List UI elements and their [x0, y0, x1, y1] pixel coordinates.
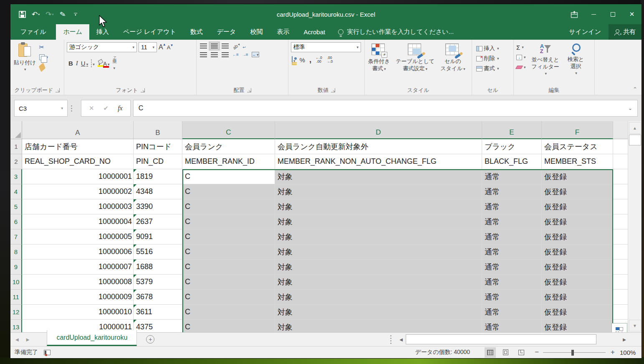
cell-E5[interactable]: 通常 [482, 199, 542, 214]
cell-C12[interactable]: C [182, 305, 275, 320]
row-header-4[interactable]: 4 [10, 184, 22, 199]
cell-F2[interactable]: MEMBER_STS [542, 154, 613, 169]
italic-button[interactable]: I [76, 60, 78, 67]
cell-F3[interactable]: 仮登録 [542, 169, 613, 184]
increase-decimal-button[interactable]: ←.0.00 [316, 56, 322, 64]
alignment-dialog-launcher-icon[interactable] [247, 88, 251, 92]
tab-ページ レイアウト[interactable]: ページ レイアウト [116, 24, 183, 40]
decrease-font-button[interactable]: A▼ [167, 44, 173, 51]
column-header-A[interactable]: A [22, 121, 134, 139]
scroll-right-icon[interactable]: ▶ [621, 337, 627, 342]
cell-F9[interactable]: 仮登録 [542, 260, 613, 275]
cell-D6[interactable]: 対象 [275, 214, 482, 229]
cell-empty[interactable] [613, 214, 628, 229]
clear-button[interactable] [516, 64, 526, 71]
cell-empty[interactable] [613, 275, 628, 290]
zoom-in-icon[interactable]: + [611, 348, 615, 356]
vertical-scrollbar[interactable]: ▲ ▼ [628, 121, 641, 332]
cell-A10[interactable]: 10000008 [22, 275, 134, 290]
cell-F6[interactable]: 仮登録 [542, 214, 613, 229]
cell-A8[interactable]: 10000006 [22, 244, 134, 260]
normal-view-button[interactable] [485, 347, 496, 358]
cell-C13[interactable]: C [182, 320, 275, 332]
cell-B5[interactable]: 3390 [134, 199, 182, 214]
cell-C2[interactable]: MEMBER_RANK_ID [182, 154, 275, 169]
cell-D9[interactable]: 対象 [275, 260, 482, 275]
quick-analysis-button[interactable]: + [611, 323, 627, 332]
cell-D13[interactable]: 対象 [275, 320, 482, 332]
ink-pen-icon[interactable]: ✎ [57, 7, 68, 21]
cell-F5[interactable]: 仮登録 [542, 199, 613, 214]
format-as-table-button[interactable]: テーブルとして書式設定 [393, 42, 437, 86]
column-header-B[interactable]: B [134, 121, 182, 139]
cell-D7[interactable]: 対象 [275, 229, 482, 244]
row-header-6[interactable]: 6 [10, 214, 22, 229]
record-macro-icon[interactable] [44, 350, 51, 355]
cell-empty[interactable] [613, 139, 628, 154]
tab-Acrobat[interactable]: Acrobat [296, 24, 332, 40]
insert-cells-button[interactable]: 挿入 [476, 45, 512, 52]
undo-caret-icon[interactable]: ▾ [38, 13, 40, 16]
font-name-combo[interactable]: 游ゴシック▾ [67, 42, 137, 52]
undo-button[interactable]: ↶▾ [30, 8, 41, 20]
cell-C9[interactable]: C [182, 260, 275, 275]
column-header-C[interactable]: C [182, 121, 275, 139]
align-middle-button[interactable] [211, 43, 218, 48]
cell-C1[interactable]: 会員ランク [182, 139, 275, 154]
new-sheet-icon[interactable]: + [146, 335, 154, 344]
cell-A1[interactable]: 店舗カード番号 [22, 139, 134, 154]
cell-empty[interactable] [613, 169, 628, 184]
tab-file[interactable]: ファイル [10, 24, 56, 40]
row-header-5[interactable]: 5 [10, 199, 22, 214]
align-bottom-button[interactable] [222, 43, 229, 48]
number-dialog-launcher-icon[interactable] [331, 88, 335, 92]
cell-B7[interactable]: 9091 [134, 229, 182, 244]
cell-C4[interactable]: C [182, 184, 275, 199]
name-box[interactable]: C3▾ [14, 100, 68, 117]
decrease-indent-button[interactable]: ←≡ [232, 52, 238, 57]
page-break-view-button[interactable] [515, 347, 527, 358]
bold-button[interactable]: B [68, 60, 73, 67]
sort-filter-button[interactable]: AZ 並べ替えとフィルター [529, 42, 562, 86]
redo-button[interactable]: ↷▾ [44, 8, 55, 20]
cell-C8[interactable]: C [182, 244, 275, 260]
fill-color-button[interactable] [98, 60, 101, 67]
orientation-button[interactable]: ab [232, 41, 241, 50]
cell-D4[interactable]: 対象 [275, 184, 482, 199]
conditional-formatting-button[interactable]: ≠ 条件付き書式 [366, 42, 392, 86]
cell-C11[interactable]: C [182, 290, 275, 305]
autosum-button[interactable]: Σ [516, 43, 526, 51]
cell-E11[interactable]: 通常 [482, 290, 542, 305]
zoom-slider-thumb[interactable] [571, 350, 574, 356]
cell-B12[interactable]: 3611 [134, 305, 182, 320]
increase-indent-button[interactable]: →≡ [242, 52, 248, 57]
customize-qat-button[interactable]: ▾ [74, 13, 77, 16]
cancel-icon[interactable]: ✕ [89, 104, 94, 112]
font-dialog-launcher-icon[interactable] [141, 88, 145, 92]
column-header-D[interactable]: D [275, 121, 482, 139]
font-color-button[interactable]: A [103, 60, 109, 67]
cell-empty[interactable] [613, 154, 628, 169]
cell-B2[interactable]: PIN_CD [134, 154, 182, 169]
cell-D8[interactable]: 対象 [275, 244, 482, 260]
cell-C10[interactable]: C [182, 275, 275, 290]
cell-D3[interactable]: 対象 [275, 169, 482, 184]
align-center-button[interactable] [211, 52, 218, 57]
cell-C7[interactable]: C [182, 229, 275, 244]
tab-数式[interactable]: 数式 [183, 24, 210, 40]
cell-B4[interactable]: 4348 [134, 184, 182, 199]
cell-E9[interactable]: 通常 [482, 260, 542, 275]
tab-表示[interactable]: 表示 [270, 24, 296, 40]
cell-A9[interactable]: 10000007 [22, 260, 134, 275]
align-top-button[interactable] [200, 43, 207, 48]
cell-E8[interactable]: 通常 [482, 244, 542, 260]
cell-empty[interactable] [613, 290, 628, 305]
cell-D2[interactable]: MEMBER_RANK_NON_AUTO_CHANGE_FLG [275, 154, 482, 169]
cell-empty[interactable] [613, 260, 628, 275]
horizontal-scroll-thumb[interactable] [406, 334, 596, 344]
formula-input[interactable]: C⌄ [133, 100, 638, 117]
cell-A11[interactable]: 10000009 [22, 290, 134, 305]
font-size-combo[interactable]: 11▾ [139, 42, 157, 52]
copy-button[interactable] [39, 53, 48, 61]
ribbon-display-options-button[interactable] [565, 4, 584, 24]
